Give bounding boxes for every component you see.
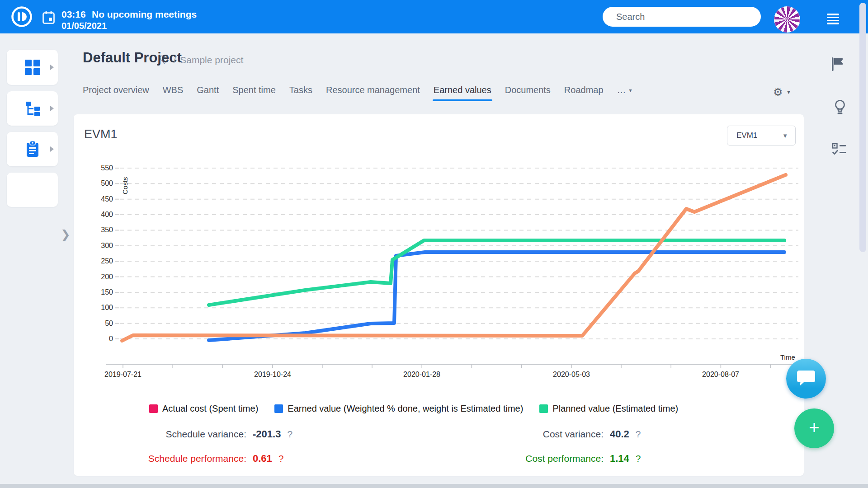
add-button[interactable]: +: [794, 408, 834, 448]
clock-time: 03:16: [61, 9, 86, 20]
top-bar: 03:16 No upcoming meetings 01/05/2021: [0, 0, 868, 33]
svg-text:0: 0: [109, 335, 113, 343]
tab-tasks[interactable]: Tasks: [289, 85, 312, 101]
evm-chart: 0501001502002503003504004505005502019-07…: [77, 149, 809, 402]
svg-text:350: 350: [101, 226, 113, 234]
series-line: [209, 240, 784, 305]
series-line: [209, 252, 784, 340]
lightbulb-icon[interactable]: [833, 99, 847, 115]
cost-variance-label: Cost variance:: [461, 429, 604, 440]
meetings-status: No upcoming meetings: [92, 9, 197, 20]
help-icon[interactable]: ?: [287, 429, 292, 440]
hamburger-menu-icon[interactable]: [827, 14, 839, 26]
expand-arrow-icon: [50, 65, 54, 70]
tab-project-overview[interactable]: Project overview: [83, 85, 149, 101]
sidebar-card-empty[interactable]: [7, 173, 58, 207]
flag-icon[interactable]: [831, 57, 844, 71]
tab-earned-values[interactable]: Earned values: [434, 85, 491, 101]
evm-selector-value: EVM1: [736, 131, 757, 140]
chart-title: EVM1: [84, 127, 118, 141]
app-window: 03:16 No upcoming meetings 01/05/2021: [0, 0, 868, 488]
clipboard-icon: [25, 141, 40, 157]
gear-icon: ⚙: [773, 86, 783, 99]
svg-text:500: 500: [101, 179, 113, 187]
legend-swatch: [274, 404, 283, 413]
user-avatar[interactable]: [774, 6, 800, 33]
settings-menu[interactable]: ⚙ ▾: [773, 86, 790, 99]
sidebar-card-wbs[interactable]: [7, 91, 58, 126]
schedule-performance-value: 0.61: [253, 453, 272, 465]
sidebar-expand-chevron-icon[interactable]: ❯: [61, 228, 71, 242]
app-logo-icon[interactable]: [11, 6, 33, 28]
legend-label: Earned value (Weighted % done, weight is…: [288, 404, 523, 414]
legend-item[interactable]: Actual cost (Spent time): [149, 404, 258, 414]
svg-text:300: 300: [101, 242, 113, 249]
cost-performance-value: 1.14: [610, 453, 629, 465]
svg-text:Costs: Costs: [121, 177, 129, 194]
horizontal-scrollbar[interactable]: [0, 484, 868, 488]
svg-text:50: 50: [105, 319, 113, 327]
wbs-tree-icon: [25, 101, 40, 116]
tab-resource-management[interactable]: Resource management: [326, 85, 420, 101]
expand-arrow-icon: [50, 146, 54, 152]
vertical-scrollbar[interactable]: [859, 3, 866, 252]
svg-text:2020-05-03: 2020-05-03: [553, 371, 590, 378]
sidebar-card-dashboard[interactable]: [7, 50, 58, 85]
svg-text:250: 250: [101, 257, 113, 265]
schedule-variance-row: Schedule variance: -201.3 ?: [104, 428, 292, 440]
dashboard-icon: [25, 60, 40, 75]
chevron-down-icon: ▾: [629, 87, 632, 94]
cost-variance-value: 40.2: [610, 428, 629, 440]
tab-gantt[interactable]: Gantt: [197, 85, 219, 101]
help-icon[interactable]: ?: [278, 453, 284, 464]
series-line: [122, 175, 786, 341]
svg-text:200: 200: [101, 273, 113, 281]
tab-bar: Project overviewWBSGanttSpent timeTasksR…: [83, 85, 632, 101]
legend-swatch: [149, 404, 158, 413]
calendar-icon[interactable]: [42, 11, 55, 24]
tab-[interactable]: …▾: [617, 85, 632, 101]
schedule-variance-value: -201.3: [253, 428, 281, 440]
svg-text:450: 450: [101, 195, 113, 203]
legend-label: Planned value (Estimated time): [552, 404, 678, 414]
svg-text:150: 150: [101, 288, 113, 296]
svg-text:2019-07-21: 2019-07-21: [104, 371, 142, 378]
svg-text:Time: Time: [780, 353, 795, 361]
tab-wbs[interactable]: WBS: [163, 85, 184, 101]
svg-text:2020-01-28: 2020-01-28: [403, 371, 440, 378]
current-date: 01/05/2021: [61, 21, 107, 31]
chevron-down-icon: ▾: [788, 89, 790, 95]
cost-performance-label: Cost performance:: [461, 453, 604, 464]
tab-roadmap[interactable]: Roadmap: [564, 85, 604, 101]
schedule-variance-label: Schedule variance:: [104, 429, 246, 440]
svg-text:2020-08-07: 2020-08-07: [702, 371, 739, 378]
breadcrumb: ♡ / Sample project: [159, 54, 243, 66]
legend-swatch: [539, 404, 548, 413]
tab-documents[interactable]: Documents: [505, 85, 551, 101]
svg-text:550: 550: [101, 164, 113, 172]
svg-text:100: 100: [101, 304, 113, 311]
evm-selector-dropdown[interactable]: EVM1 ▼: [727, 126, 796, 145]
cost-variance-row: Cost variance: 40.2 ?: [461, 428, 641, 440]
cost-performance-row: Cost performance: 1.14 ?: [461, 453, 641, 465]
help-icon[interactable]: ?: [636, 453, 641, 464]
legend-label: Actual cost (Spent time): [162, 404, 258, 414]
help-icon[interactable]: ?: [636, 429, 641, 440]
checklist-icon[interactable]: [832, 143, 846, 155]
breadcrumb-parent[interactable]: Sample project: [180, 55, 243, 66]
breadcrumb-separator: /: [173, 55, 176, 66]
expand-arrow-icon: [50, 106, 54, 111]
sidebar-card-tasks[interactable]: [7, 132, 58, 166]
legend-item[interactable]: Earned value (Weighted % done, weight is…: [274, 404, 523, 414]
chart-legend: Actual cost (Spent time)Earned value (We…: [149, 404, 678, 414]
schedule-performance-label: Schedule performance:: [104, 453, 246, 464]
svg-text:2019-10-24: 2019-10-24: [254, 371, 291, 378]
tab-spent-time[interactable]: Spent time: [232, 85, 276, 101]
chat-button[interactable]: [786, 359, 826, 399]
chat-bubble-icon: [797, 370, 816, 388]
favorite-heart-icon[interactable]: ♡: [159, 54, 169, 66]
schedule-performance-row: Schedule performance: 0.61 ?: [104, 453, 284, 465]
svg-text:400: 400: [101, 211, 113, 218]
legend-item[interactable]: Planned value (Estimated time): [539, 404, 678, 414]
search-input[interactable]: [603, 7, 761, 27]
